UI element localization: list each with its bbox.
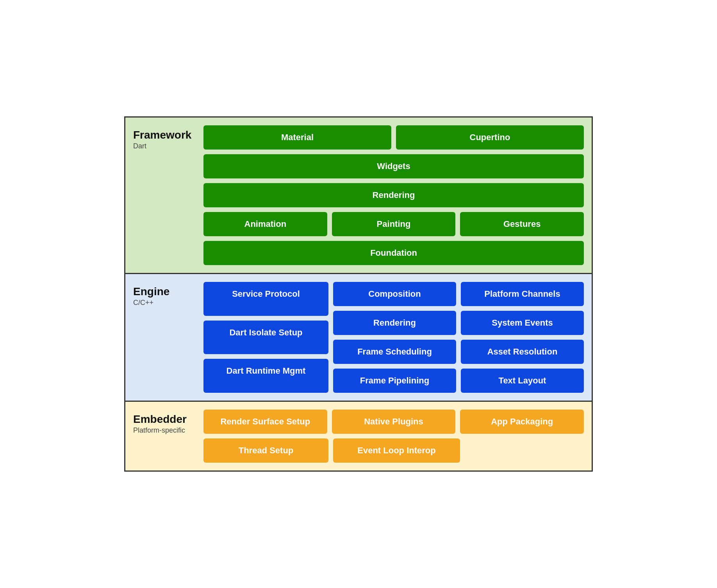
app-packaging-btn[interactable]: App Packaging: [460, 410, 584, 434]
platform-channels-btn[interactable]: Platform Channels: [461, 282, 584, 306]
engine-right-col: Platform Channels System Events Asset Re…: [461, 282, 584, 393]
embedder-label: Embedder Platform-specific: [133, 410, 196, 463]
frame-pipelining-btn[interactable]: Frame Pipelining: [333, 369, 456, 393]
embedder-spacer: [465, 438, 584, 463]
foundation-btn[interactable]: Foundation: [203, 241, 584, 265]
framework-section: Framework Dart Material Cupertino Widget…: [125, 118, 592, 274]
embedder-content: Render Surface Setup Native Plugins App …: [203, 410, 584, 463]
engine-section: Engine C/C++ Service Protocol Dart Isola…: [125, 274, 592, 402]
cupertino-btn[interactable]: Cupertino: [396, 125, 584, 150]
engine-rendering-btn[interactable]: Rendering: [333, 311, 456, 335]
rendering-btn[interactable]: Rendering: [203, 183, 584, 207]
text-layout-btn[interactable]: Text Layout: [461, 369, 584, 393]
composition-btn[interactable]: Composition: [333, 282, 456, 306]
engine-mid-col: Composition Rendering Frame Scheduling F…: [333, 282, 456, 393]
framework-row-4: Animation Painting Gestures: [203, 212, 584, 236]
engine-title: Engine: [133, 286, 196, 298]
dart-runtime-mgmt-btn[interactable]: Dart Runtime Mgmt: [203, 359, 328, 393]
embedder-section: Embedder Platform-specific Render Surfac…: [125, 402, 592, 470]
engine-layout: Service Protocol Dart Isolate Setup Dart…: [203, 282, 584, 393]
embedder-row-1: Render Surface Setup Native Plugins App …: [203, 410, 584, 434]
framework-row-1: Material Cupertino: [203, 125, 584, 150]
engine-label: Engine C/C++: [133, 282, 196, 393]
framework-subtitle: Dart: [133, 142, 196, 150]
framework-title: Framework: [133, 129, 196, 141]
dart-isolate-setup-btn[interactable]: Dart Isolate Setup: [203, 321, 328, 355]
embedder-title: Embedder: [133, 413, 196, 426]
engine-subtitle: C/C++: [133, 299, 196, 307]
engine-content: Service Protocol Dart Isolate Setup Dart…: [203, 282, 584, 393]
frame-scheduling-btn[interactable]: Frame Scheduling: [333, 340, 456, 364]
gestures-btn[interactable]: Gestures: [460, 212, 584, 236]
engine-left-col: Service Protocol Dart Isolate Setup Dart…: [203, 282, 328, 393]
render-surface-setup-btn[interactable]: Render Surface Setup: [203, 410, 327, 434]
framework-label: Framework Dart: [133, 125, 196, 265]
native-plugins-btn[interactable]: Native Plugins: [332, 410, 456, 434]
embedder-row-2: Thread Setup Event Loop Interop: [203, 438, 584, 463]
widgets-btn[interactable]: Widgets: [203, 154, 584, 178]
framework-content: Material Cupertino Widgets Rendering Ani…: [203, 125, 584, 265]
material-btn[interactable]: Material: [203, 125, 391, 150]
thread-setup-btn[interactable]: Thread Setup: [203, 438, 328, 463]
framework-row-3: Rendering: [203, 183, 584, 207]
event-loop-interop-btn[interactable]: Event Loop Interop: [333, 438, 460, 463]
embedder-subtitle: Platform-specific: [133, 426, 196, 435]
animation-btn[interactable]: Animation: [203, 212, 327, 236]
system-events-btn[interactable]: System Events: [461, 311, 584, 335]
service-protocol-btn[interactable]: Service Protocol: [203, 282, 328, 316]
framework-row-5: Foundation: [203, 241, 584, 265]
framework-row-2: Widgets: [203, 154, 584, 178]
asset-resolution-btn[interactable]: Asset Resolution: [461, 340, 584, 364]
painting-btn[interactable]: Painting: [332, 212, 456, 236]
